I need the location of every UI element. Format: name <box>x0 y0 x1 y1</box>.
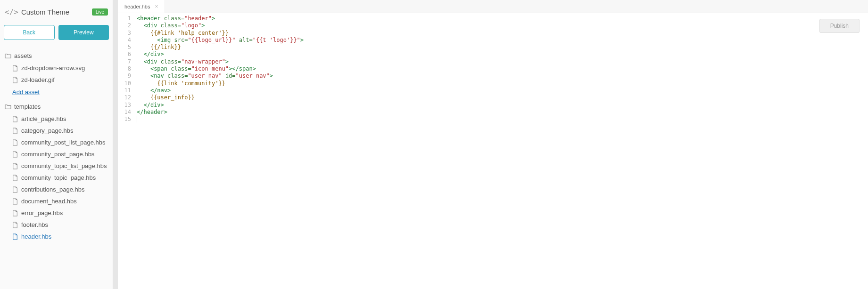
file-icon <box>12 233 18 240</box>
file-label: category_page.hbs <box>21 127 74 134</box>
preview-button[interactable]: Preview <box>58 25 109 40</box>
file-item[interactable]: article_page.hbs <box>4 113 109 125</box>
publish-button[interactable]: Publish <box>819 19 860 33</box>
status-badge: Live <box>92 8 108 16</box>
file-icon <box>12 210 18 217</box>
file-item[interactable]: community_topic_list_page.hbs <box>4 160 109 172</box>
file-label: zd-loader.gif <box>21 76 55 83</box>
templates-section: templates article_page.hbscategory_page.… <box>4 100 109 242</box>
code-editor[interactable]: 123456789101112131415 <header class="hea… <box>118 13 868 289</box>
close-icon[interactable]: × <box>155 3 158 10</box>
sidebar-scrollbar[interactable] <box>113 0 118 289</box>
file-label: article_page.hbs <box>21 115 66 122</box>
file-item[interactable]: community_post_list_page.hbs <box>4 136 109 148</box>
file-item[interactable]: document_head.hbs <box>4 195 109 207</box>
assets-label: assets <box>14 52 32 59</box>
code-area[interactable]: <header class="header"> <div class="logo… <box>137 15 868 289</box>
file-icon <box>12 116 18 122</box>
tab-label: header.hbs <box>124 4 150 9</box>
file-item[interactable]: category_page.hbs <box>4 125 109 136</box>
folder-icon <box>5 104 11 110</box>
button-row: Back Preview <box>4 25 109 40</box>
file-label: community_topic_page.hbs <box>21 174 96 181</box>
file-label: document_head.hbs <box>21 198 77 205</box>
file-label: community_post_page.hbs <box>21 151 94 158</box>
templates-folder[interactable]: templates <box>4 100 109 113</box>
tab-bar: header.hbs × <box>118 0 868 13</box>
sidebar-header: </> Custom Theme Live <box>4 6 109 21</box>
file-item[interactable]: contributions_page.hbs <box>4 184 109 195</box>
file-label: zd-dropdown-arrow.svg <box>21 64 85 72</box>
back-button[interactable]: Back <box>4 25 55 40</box>
file-icon <box>12 222 18 228</box>
file-label: contributions_page.hbs <box>21 186 84 193</box>
file-item[interactable]: community_post_page.hbs <box>4 148 109 160</box>
file-label: error_page.hbs <box>21 209 63 217</box>
file-icon <box>12 139 18 146</box>
sidebar: </> Custom Theme Live Back Preview asset… <box>0 0 113 289</box>
file-icon <box>12 186 18 193</box>
code-icon: </> <box>5 8 18 16</box>
file-item[interactable]: header.hbs <box>4 231 109 242</box>
page-title: Custom Theme <box>21 8 89 16</box>
file-item[interactable]: community_topic_page.hbs <box>4 172 109 184</box>
tab-header-hbs[interactable]: header.hbs × <box>118 0 165 13</box>
editor-pane: header.hbs × Publish 1234567891011121314… <box>118 0 868 289</box>
line-gutter: 123456789101112131415 <box>118 15 137 289</box>
file-icon <box>12 128 18 134</box>
templates-label: templates <box>14 103 41 110</box>
file-label: community_topic_list_page.hbs <box>21 162 107 169</box>
file-icon <box>12 151 18 158</box>
file-label: community_post_list_page.hbs <box>21 139 106 146</box>
assets-section: assets zd-dropdown-arrow.svgzd-loader.gi… <box>4 49 109 98</box>
folder-icon <box>5 53 11 59</box>
file-icon <box>12 163 18 169</box>
file-icon <box>12 175 18 181</box>
file-label: footer.hbs <box>21 221 48 228</box>
assets-folder[interactable]: assets <box>4 49 109 62</box>
file-item[interactable]: error_page.hbs <box>4 207 109 219</box>
file-icon <box>12 198 18 205</box>
file-label: header.hbs <box>21 233 51 240</box>
file-item[interactable]: zd-loader.gif <box>4 74 109 86</box>
file-item[interactable]: footer.hbs <box>4 219 109 231</box>
file-icon <box>12 65 18 72</box>
add-asset-link[interactable]: Add asset <box>4 86 109 98</box>
file-item[interactable]: zd-dropdown-arrow.svg <box>4 62 109 74</box>
file-icon <box>12 77 18 83</box>
